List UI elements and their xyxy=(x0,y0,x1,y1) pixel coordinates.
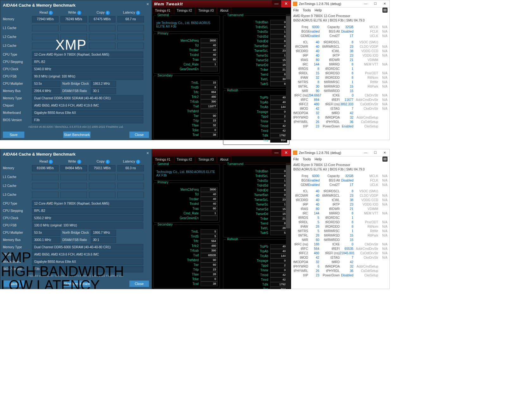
info-icon[interactable]: i xyxy=(136,11,140,15)
tab-timings1[interactable]: Timings #1 xyxy=(152,7,173,14)
info-icon[interactable]: i xyxy=(106,160,110,164)
timing-value[interactable]: 5 xyxy=(270,231,287,235)
timing-value[interactable]: 0 xyxy=(201,277,218,281)
timing-value[interactable]: 8 xyxy=(270,221,287,226)
tab-timings1[interactable]: Timings #1 xyxy=(152,156,173,163)
timing-value[interactable]: 5 xyxy=(201,234,218,239)
timing-value[interactable]: 0 xyxy=(270,20,287,25)
timing-value[interactable]: 8 xyxy=(270,183,287,188)
info-icon[interactable]: i xyxy=(77,160,81,164)
timing-value[interactable]: 8 xyxy=(270,25,287,29)
timing-value[interactable]: 15 xyxy=(270,63,287,67)
timing-value[interactable]: 884 xyxy=(201,90,218,95)
info-icon[interactable]: i xyxy=(49,11,53,15)
timing-value[interactable]: 564 xyxy=(201,239,218,244)
timing-value[interactable]: 28 xyxy=(270,226,287,231)
minimize-icon[interactable]: — xyxy=(361,0,370,7)
info-icon[interactable]: i xyxy=(106,11,110,15)
close-icon[interactable]: ✕ xyxy=(281,0,291,7)
timing-value[interactable]: 21 xyxy=(270,216,287,221)
tab-timings2[interactable]: Timings #2 xyxy=(174,156,195,163)
timing-value[interactable]: 40 xyxy=(201,48,218,52)
timing-value[interactable]: 40 xyxy=(201,43,218,48)
tab-timings3[interactable]: Timings #3 xyxy=(195,7,217,14)
timing-value[interactable]: 23 xyxy=(201,118,218,123)
timing-value[interactable]: 15 xyxy=(270,58,287,63)
timing-value[interactable]: 65535 xyxy=(201,253,218,258)
tab-about[interactable]: About xyxy=(217,7,231,14)
timing-value[interactable]: 90 xyxy=(201,258,218,262)
scrollbar-thumb[interactable] xyxy=(286,165,290,228)
screenshot-icon[interactable] xyxy=(382,157,388,162)
timing-value[interactable]: 8 xyxy=(270,72,287,77)
timing-value[interactable]: 11677 xyxy=(201,104,218,109)
timing-value[interactable]: 40 xyxy=(201,197,218,201)
timing-value[interactable]: 3000 xyxy=(201,38,218,43)
menu-file[interactable]: File xyxy=(293,8,299,12)
scrollbar-thumb[interactable] xyxy=(286,16,290,79)
menu-tools[interactable]: Tools xyxy=(303,157,311,161)
timing-value[interactable]: 80 xyxy=(201,57,218,62)
scrollbar[interactable] xyxy=(286,163,290,288)
timing-value[interactable]: 40 xyxy=(201,201,218,206)
timing-value[interactable]: 32 xyxy=(201,123,218,128)
scrollbar[interactable] xyxy=(286,14,290,139)
info-icon[interactable]: i xyxy=(49,160,53,164)
close-icon[interactable]: × xyxy=(146,2,149,7)
timing-value[interactable]: 40 xyxy=(270,100,287,105)
timing-value[interactable]: 390 xyxy=(201,99,218,104)
timing-value[interactable]: 2 xyxy=(270,263,287,268)
timing-value[interactable]: 1 xyxy=(270,178,287,183)
timing-value[interactable]: 40 xyxy=(270,95,287,100)
minimize-icon[interactable]: — xyxy=(361,149,370,156)
timing-value[interactable]: 38 xyxy=(201,133,218,137)
close-icon[interactable]: ✕ xyxy=(380,0,389,7)
timing-value[interactable]: 23 xyxy=(270,197,287,202)
timing-value[interactable]: 1 xyxy=(270,202,287,207)
timing-value[interactable]: 0 xyxy=(270,169,287,174)
timing-value[interactable]: 15 xyxy=(201,80,218,85)
timing-value[interactable]: 90 xyxy=(201,114,218,118)
timing-value[interactable]: 23 xyxy=(201,267,218,272)
timing-value[interactable]: 21 xyxy=(270,67,287,72)
timing-value[interactable]: 42 xyxy=(270,124,287,128)
timing-value[interactable]: 40 xyxy=(270,249,287,254)
timing-value[interactable]: 15 xyxy=(270,207,287,212)
close-icon[interactable]: ✕ xyxy=(281,149,291,156)
timing-value[interactable] xyxy=(201,109,218,114)
timing-value[interactable]: 1792 xyxy=(270,133,287,138)
timing-value[interactable]: 0 xyxy=(270,109,287,114)
timing-value[interactable]: 0 xyxy=(270,258,287,263)
timing-value[interactable]: 8 xyxy=(270,39,287,44)
timing-value[interactable]: 5 xyxy=(201,229,218,234)
timing-value[interactable]: 42 xyxy=(270,128,287,133)
timing-value[interactable]: 40 xyxy=(270,244,287,249)
menu-help[interactable]: Help xyxy=(314,157,322,161)
timing-value[interactable]: 144 xyxy=(270,105,287,109)
timing-value[interactable]: 0 xyxy=(201,128,218,133)
timing-value[interactable]: 1 xyxy=(201,211,218,216)
timing-value[interactable]: 23 xyxy=(270,48,287,53)
minimize-icon[interactable]: — xyxy=(272,0,281,7)
minimize-icon[interactable]: — xyxy=(272,149,281,156)
close-button[interactable]: Close xyxy=(129,281,149,287)
timing-value[interactable]: 0 xyxy=(270,119,287,124)
menu-file[interactable]: File xyxy=(293,157,299,161)
timing-value[interactable] xyxy=(201,216,218,220)
timing-value[interactable]: 8 xyxy=(201,85,218,90)
timing-value[interactable]: 40 xyxy=(201,52,218,57)
close-icon[interactable]: × xyxy=(146,151,149,156)
timing-value[interactable] xyxy=(201,67,218,71)
start-button[interactable]: Start Benchmark xyxy=(63,132,90,138)
timing-value[interactable]: 1 xyxy=(201,62,218,67)
timing-value[interactable]: 8 xyxy=(270,188,287,193)
timing-value[interactable]: 390 xyxy=(201,248,218,253)
timing-value[interactable]: 28 xyxy=(201,272,218,277)
timing-value[interactable]: 0 xyxy=(270,193,287,197)
close-icon[interactable]: ✕ xyxy=(380,149,389,156)
timing-value[interactable]: 1 xyxy=(270,53,287,58)
timing-value[interactable]: 2 xyxy=(270,114,287,119)
menu-tools[interactable]: Tools xyxy=(303,8,311,12)
timing-value[interactable]: 480 xyxy=(201,244,218,248)
maximize-icon[interactable]: ☐ xyxy=(370,0,380,7)
